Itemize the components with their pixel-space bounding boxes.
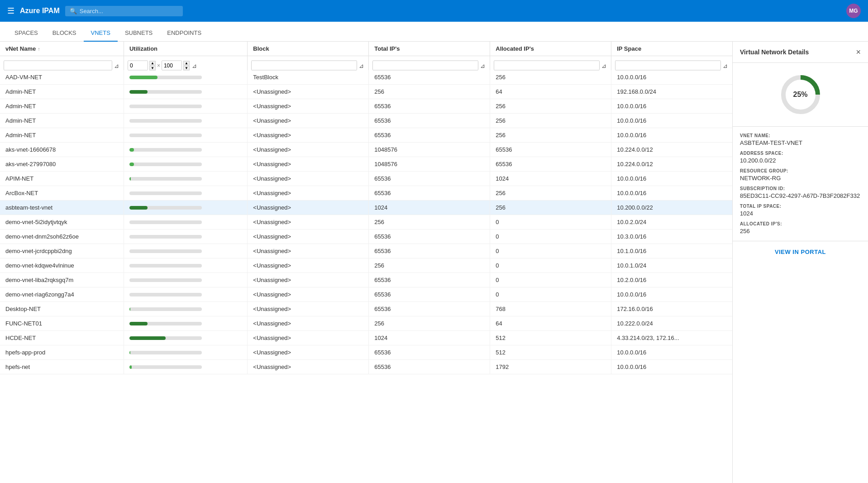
tab-subnets[interactable]: SUBNETS (118, 25, 160, 42)
col-header-ip-space[interactable]: IP Space (611, 42, 732, 56)
detail-value: NETWORK-RG (740, 175, 861, 182)
table-row[interactable]: demo-vnet-riag6zongg7a4<Unassigned>65536… (0, 287, 732, 302)
filter-total-input[interactable] (372, 61, 478, 71)
tab-spaces[interactable]: SPACES (7, 25, 45, 42)
filter-alloc-btn[interactable]: ⊿ (601, 61, 607, 70)
search-box[interactable]: 🔍 (65, 6, 183, 16)
vnets-table: vNet Name ↑ Utilization Block Total IP's (0, 42, 732, 374)
view-in-portal-button[interactable]: VIEW IN PORTAL (775, 249, 826, 255)
filter-util-btn[interactable]: ⊿ (191, 61, 198, 70)
filter-alloc-input[interactable] (494, 61, 600, 71)
table-row[interactable]: aks-vnet-16606678<Unassigned>10485766553… (0, 143, 732, 157)
tab-blocks[interactable]: BLOCKS (45, 25, 84, 42)
hamburger-icon[interactable]: ☰ (7, 6, 14, 16)
cell-total-ips: 65536 (369, 302, 490, 316)
table-row[interactable]: demo-vnet-jcrdcppbi2dng<Unassigned>65536… (0, 244, 732, 258)
util-bar (129, 90, 148, 94)
table-row[interactable]: asbteam-test-vnet<Unassigned>102425610.2… (0, 201, 732, 215)
cell-ip-space: 10.0.2.0/24 (611, 215, 732, 230)
cell-block: <Unassigned> (248, 157, 369, 172)
filter-space-input[interactable] (615, 61, 721, 71)
cell-allocated-ips: 256 (490, 128, 611, 143)
cell-ip-space: 10.0.0.0/16 (611, 99, 732, 114)
table-row[interactable]: Admin-NET<Unassigned>25664192.168.0.0/24 (0, 85, 732, 99)
cell-vnet-name: Desktop-NET (0, 302, 124, 316)
table-row[interactable]: demo-vnet-liba2rqksgq7m<Unassigned>65536… (0, 273, 732, 287)
filter-util-min-up[interactable]: ▲ (149, 61, 156, 65)
util-bar (129, 365, 132, 369)
cell-vnet-name: HCDE-NET (0, 331, 124, 345)
col-header-block[interactable]: Block (248, 42, 369, 56)
table-row[interactable]: demo-vnet-5i2idytjvtqyk<Unassigned>25601… (0, 215, 732, 230)
table-row[interactable]: Admin-NET<Unassigned>6553625610.0.0.0/16 (0, 128, 732, 143)
cell-ip-space: 10.3.0.0/16 (611, 230, 732, 244)
filter-util-min-down[interactable]: ▼ (149, 66, 156, 70)
table-row[interactable]: hpefs-app-prod<Unassigned>6553651210.0.0… (0, 345, 732, 360)
filter-util-max-input[interactable] (162, 61, 182, 71)
util-bar-container (129, 365, 202, 369)
cell-total-ips: 1024 (369, 201, 490, 215)
filter-util-max-up[interactable]: ▲ (183, 61, 190, 65)
cell-utilization (124, 215, 247, 230)
cell-total-ips: 65536 (369, 287, 490, 302)
detail-value: 85ED3C11-CC92-4297-A67D-7B3F2082F332 (740, 192, 861, 199)
filter-block-btn[interactable]: ⊿ (358, 61, 365, 70)
table-row[interactable]: aks-vnet-27997080<Unassigned>10485766553… (0, 157, 732, 172)
tab-endpoints[interactable]: ENDPOINTS (160, 25, 209, 42)
close-button[interactable]: × (856, 48, 861, 56)
table-row[interactable]: Desktop-NET<Unassigned>65536768172.16.0.… (0, 302, 732, 316)
search-input[interactable] (80, 8, 170, 14)
detail-label: ADDRESS SPACE: (740, 151, 861, 156)
filter-util-max-down[interactable]: ▼ (183, 66, 190, 70)
col-header-vnet[interactable]: vNet Name ↑ (0, 42, 124, 56)
cell-block: <Unassigned> (248, 331, 369, 345)
cell-ip-space: 10.0.0.0/16 (611, 128, 732, 143)
cell-block: <Unassigned> (248, 345, 369, 360)
donut-chart-container: 25% (733, 63, 868, 127)
table-row[interactable]: Admin-NET<Unassigned>6553625610.0.0.0/16 (0, 99, 732, 114)
cell-utilization (124, 360, 247, 374)
cell-block: <Unassigned> (248, 244, 369, 258)
tab-vnets[interactable]: VNETS (84, 25, 118, 42)
filter-vnet-input[interactable] (4, 61, 112, 71)
table-row[interactable]: ArcBox-NET<Unassigned>6553625610.0.0.0/1… (0, 186, 732, 201)
cell-ip-space: 10.0.0.0/16 (611, 360, 732, 374)
filter-space-btn[interactable]: ⊿ (722, 61, 729, 70)
util-bar-container (129, 278, 202, 282)
cell-vnet-name: FUNC-NET01 (0, 316, 124, 331)
cell-utilization (124, 244, 247, 258)
donut-label: 25% (793, 91, 807, 99)
col-header-total-ips[interactable]: Total IP's (369, 42, 490, 56)
table-row[interactable]: hpefs-net<Unassigned>65536179210.0.0.0/1… (0, 360, 732, 374)
cell-ip-space: 172.16.0.0/16 (611, 302, 732, 316)
cell-total-ips: 256 (369, 215, 490, 230)
cell-vnet-name: demo-vnet-jcrdcppbi2dng (0, 244, 124, 258)
cell-utilization (124, 331, 247, 345)
table-row[interactable]: HCDE-NET<Unassigned>10245124.33.214.0/23… (0, 331, 732, 345)
util-bar (129, 148, 134, 152)
cell-block: <Unassigned> (248, 215, 369, 230)
cell-block: <Unassigned> (248, 128, 369, 143)
filter-util-min-input[interactable] (128, 61, 148, 71)
util-bar-container (129, 105, 202, 108)
table-row[interactable]: Admin-NET<Unassigned>6553625610.0.0.0/16 (0, 114, 732, 128)
table-row[interactable]: demo-vnet-kdqwe4vlninue<Unassigned>25601… (0, 258, 732, 273)
filter-total-btn[interactable]: ⊿ (479, 61, 486, 70)
cell-vnet-name: hpefs-net (0, 360, 124, 374)
table-row[interactable]: demo-vnet-dnm2soh62z6oe<Unassigned>65536… (0, 230, 732, 244)
cell-allocated-ips: 64 (490, 316, 611, 331)
filter-vnet-btn[interactable]: ⊿ (113, 61, 120, 70)
table-row[interactable]: APIM-NET<Unassigned>65536102410.0.0.0/16 (0, 172, 732, 186)
util-bar-container (129, 206, 202, 210)
cell-total-ips: 65536 (369, 186, 490, 201)
col-header-utilization[interactable]: Utilization (124, 42, 247, 56)
avatar[interactable]: MG (846, 4, 861, 18)
col-header-allocated-ips[interactable]: Allocated IP's (490, 42, 611, 56)
filter-block-input[interactable] (251, 61, 357, 71)
cell-vnet-name: Admin-NET (0, 128, 124, 143)
cell-utilization (124, 302, 247, 316)
cell-vnet-name: hpefs-app-prod (0, 345, 124, 360)
util-bar-container (129, 322, 202, 325)
table-row[interactable]: FUNC-NET01<Unassigned>2566410.222.0.0/24 (0, 316, 732, 331)
cell-ip-space: 10.224.0.0/12 (611, 157, 732, 172)
